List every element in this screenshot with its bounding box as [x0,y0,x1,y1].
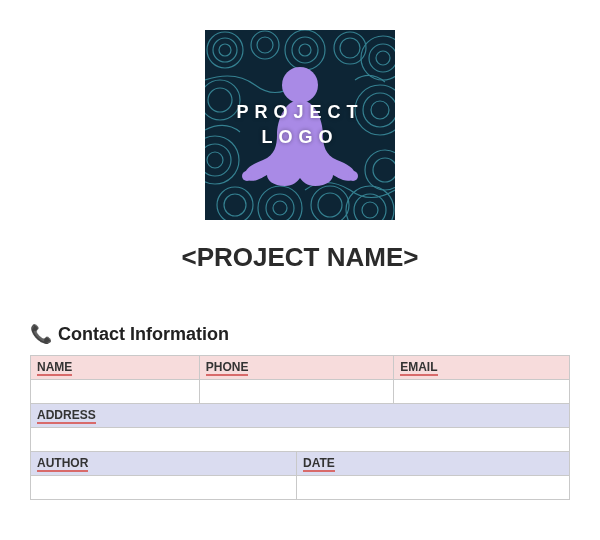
table-row [31,380,570,404]
header-date: DATE [296,452,569,476]
phone-icon: 📞 [30,323,52,345]
contact-section-header: 📞 Contact Information [30,323,570,345]
svg-point-35 [242,171,252,181]
value-author[interactable] [31,476,297,500]
logo-container: PROJECT LOGO [30,30,570,220]
header-email: EMAIL [394,356,570,380]
table-row: AUTHOR DATE [31,452,570,476]
logo-text: PROJECT LOGO [236,100,363,150]
value-email[interactable] [394,380,570,404]
project-logo: PROJECT LOGO [205,30,395,220]
header-author: AUTHOR [31,452,297,476]
value-address[interactable] [31,428,570,452]
header-name: NAME [31,356,200,380]
header-phone: PHONE [199,356,393,380]
project-name-heading: <PROJECT NAME> [30,242,570,273]
table-row: NAME PHONE EMAIL [31,356,570,380]
table-row [31,476,570,500]
value-phone[interactable] [199,380,393,404]
svg-point-36 [348,171,358,181]
contact-table: NAME PHONE EMAIL ADDRESS AUTHOR DATE [30,355,570,500]
value-date[interactable] [296,476,569,500]
logo-text-line2: LOGO [262,127,339,147]
header-address: ADDRESS [31,404,570,428]
table-row: ADDRESS [31,404,570,428]
logo-text-line1: PROJECT [236,102,363,122]
contact-section-title: Contact Information [58,324,229,345]
document-page: PROJECT LOGO <PROJECT NAME> 📞 Contact In… [0,0,600,520]
value-name[interactable] [31,380,200,404]
table-row [31,428,570,452]
svg-point-34 [282,67,318,103]
